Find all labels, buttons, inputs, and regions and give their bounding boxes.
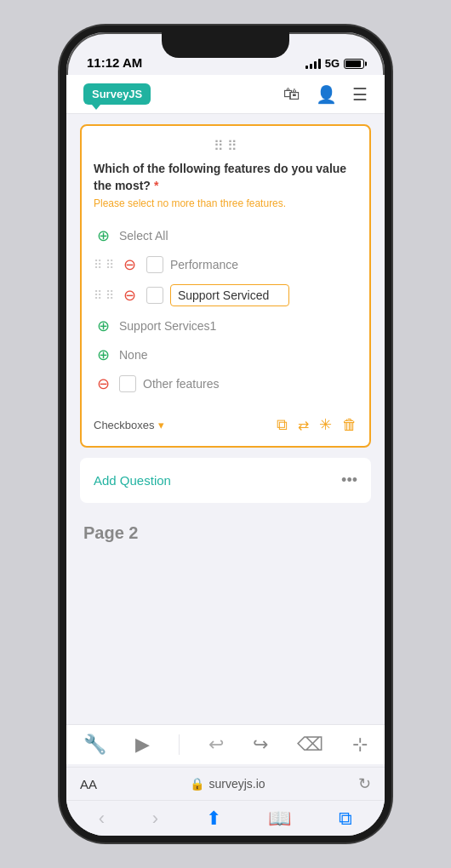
- top-nav: SurveyJS 🛍 👤 ☰: [66, 75, 385, 114]
- card-footer: Checkboxes ▾ ⧉ ⇄ ✳ 🗑: [94, 408, 357, 434]
- drag-handle-top: ⠿ ⠿: [94, 138, 357, 154]
- checkboxes-label[interactable]: Checkboxes ▾: [94, 419, 164, 431]
- support1-label: Support Services1: [119, 319, 357, 333]
- surveyjs-logo[interactable]: SurveyJS: [83, 83, 151, 105]
- option-none: ⊕ None: [94, 340, 357, 369]
- checkbox-support[interactable]: [146, 287, 163, 304]
- wrench-icon[interactable]: 🔧: [83, 734, 106, 756]
- tabs-icon[interactable]: ⧉: [339, 808, 352, 830]
- screen: SurveyJS 🛍 👤 ☰ ⠿ ⠿ Which of the followin…: [66, 75, 385, 836]
- remove-btn-other[interactable]: ⊖: [94, 374, 112, 393]
- status-icons: 5G: [305, 57, 364, 70]
- bag-icon[interactable]: 🛍: [283, 84, 300, 104]
- menu-icon[interactable]: ☰: [352, 84, 368, 105]
- network-type: 5G: [325, 57, 340, 70]
- url-text: surveyjs.io: [208, 777, 265, 791]
- remove-btn-performance[interactable]: ⊖: [121, 255, 140, 274]
- option-performance: ⠿ ⠿ ⊖ Performance: [94, 250, 357, 279]
- back-icon[interactable]: ‹: [99, 808, 105, 830]
- other-label: Other features: [143, 377, 357, 391]
- notch: [162, 32, 289, 58]
- url-bar: AA 🔒 surveyjs.io ↻: [66, 767, 385, 800]
- option-support-services: ⠿ ⠿ ⊖: [94, 279, 357, 311]
- bottom-toolbar: 🔧 ▶ ↩ ↪ ⌫ ⊹: [66, 724, 385, 764]
- forward-icon[interactable]: ›: [152, 808, 158, 830]
- add-question-row: Add Question •••: [80, 458, 371, 503]
- safari-nav: ‹ › ⬆ 📖 ⧉: [66, 800, 385, 836]
- share-nav-icon[interactable]: ⬆: [206, 808, 221, 830]
- main-content: ⠿ ⠿ Which of the following features do y…: [66, 114, 385, 557]
- add-btn-select-all[interactable]: ⊕: [94, 226, 112, 245]
- undo-icon[interactable]: ↩: [208, 734, 224, 756]
- play-icon[interactable]: ▶: [135, 734, 150, 756]
- toolbar-divider: [179, 734, 180, 755]
- checkbox-performance[interactable]: [146, 256, 163, 273]
- performance-label: Performance: [170, 258, 357, 271]
- drag-dots-support: ⠿ ⠿: [94, 288, 114, 302]
- checkbox-other[interactable]: [119, 375, 136, 392]
- person-icon[interactable]: 👤: [316, 84, 337, 105]
- eraser-icon[interactable]: ⌫: [297, 734, 323, 756]
- more-options-button[interactable]: •••: [341, 471, 357, 489]
- option-support1: ⊕ Support Services1: [94, 311, 357, 340]
- required-icon[interactable]: ✳: [319, 415, 332, 434]
- phone-frame: 11:12 AM 5G SurveyJS 🛍 👤 ☰: [60, 26, 391, 842]
- required-star: *: [154, 179, 158, 192]
- question-text: Which of the following features do you v…: [94, 161, 357, 194]
- add-btn-none[interactable]: ⊕: [94, 345, 112, 364]
- option-other: ⊖ Other features: [94, 369, 357, 398]
- book-icon[interactable]: 📖: [268, 808, 291, 830]
- chevron-down-icon: ▾: [158, 419, 164, 431]
- lock-icon: 🔒: [190, 777, 204, 791]
- page2-label: Page 2: [80, 517, 371, 546]
- add-btn-support1[interactable]: ⊕: [94, 317, 112, 335]
- signal-bars-icon: [305, 59, 321, 69]
- select-all-label: Select All: [119, 229, 168, 243]
- question-subtext: Please select no more than three feature…: [94, 197, 357, 209]
- add-question-button[interactable]: Add Question: [94, 473, 171, 488]
- delete-icon[interactable]: 🗑: [342, 416, 357, 434]
- remove-btn-support[interactable]: ⊖: [121, 286, 140, 305]
- url-center[interactable]: 🔒 surveyjs.io: [190, 777, 265, 791]
- drag-dots-performance: ⠿ ⠿: [94, 258, 114, 271]
- survey-card: ⠿ ⠿ Which of the following features do y…: [80, 124, 371, 448]
- redo-icon[interactable]: ↪: [253, 734, 268, 756]
- copy-icon[interactable]: ⧉: [277, 416, 288, 434]
- battery-icon: [344, 59, 364, 69]
- footer-actions: ⧉ ⇄ ✳ 🗑: [277, 415, 357, 434]
- option-select-all: ⊕ Select All: [94, 221, 357, 250]
- url-aa[interactable]: AA: [80, 777, 97, 791]
- nav-icons: 🛍 👤 ☰: [283, 84, 368, 105]
- swap-icon[interactable]: ⇄: [298, 417, 309, 433]
- share-icon[interactable]: ⊹: [352, 734, 368, 756]
- refresh-icon[interactable]: ↻: [358, 774, 371, 793]
- support-services-input[interactable]: [170, 284, 289, 306]
- none-label: None: [119, 348, 357, 362]
- status-time: 11:12 AM: [87, 55, 142, 70]
